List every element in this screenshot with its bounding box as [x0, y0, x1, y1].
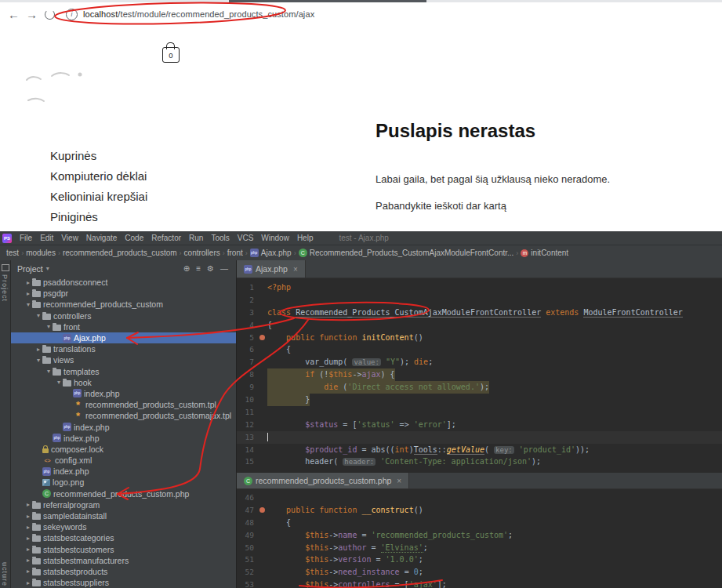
- line-number[interactable]: 52: [237, 566, 257, 579]
- shop-menu-item[interactable]: Kuprinės: [50, 146, 147, 166]
- code-line[interactable]: 52 $this->need_instance = 0;: [237, 566, 722, 579]
- menubar-item[interactable]: Help: [293, 234, 317, 242]
- shop-menu-item[interactable]: Kelioniniai krepšiai: [50, 187, 147, 207]
- line-number[interactable]: 7: [237, 356, 257, 368]
- menubar-item[interactable]: Edit: [36, 234, 57, 242]
- collapse-all-icon[interactable]: ≡: [196, 264, 201, 273]
- code-line[interactable]: 10 }: [237, 394, 722, 406]
- breadcrumb-item[interactable]: Ajax.php: [250, 249, 292, 257]
- line-number[interactable]: 49: [237, 529, 257, 542]
- line-number[interactable]: 13: [237, 431, 257, 444]
- line-number[interactable]: 5: [237, 332, 257, 344]
- code-line[interactable]: 15 header( header: 'Content-Type: applic…: [237, 456, 722, 468]
- tree-item-statsbestcustomers[interactable]: ▸statsbestcustomers: [11, 544, 236, 555]
- menubar-item[interactable]: Code: [121, 234, 147, 242]
- tree-item-index.php[interactable]: index.php: [11, 388, 236, 399]
- tree-item-translations[interactable]: ▸translations: [11, 343, 236, 354]
- tree-item-hook[interactable]: ▾hook: [11, 377, 236, 388]
- tree-item-views[interactable]: ▾views: [11, 354, 236, 365]
- tree-item-referralprogram[interactable]: ▸referralprogram: [11, 499, 236, 510]
- breadcrumb-item[interactable]: Recommended_Products_CustomAjaxModuleFro…: [299, 249, 514, 257]
- tree-item-statsbestmanufacturers[interactable]: ▸statsbestmanufacturers: [11, 555, 236, 566]
- code-line[interactable]: 3class Recommended_Products_CustomAjaxMo…: [237, 307, 722, 319]
- line-number[interactable]: 3: [237, 307, 257, 319]
- line-number[interactable]: 10: [237, 394, 257, 406]
- code-line[interactable]: 50 $this->author = 'Elvinas';: [237, 542, 722, 554]
- breadcrumb-item[interactable]: initContent: [521, 249, 568, 257]
- code-line[interactable]: 7 var_dump( value: "Y"); die;: [237, 356, 722, 368]
- address-bar[interactable]: localhost/test/module/recommended_produc…: [83, 9, 314, 19]
- code-line[interactable]: 13: [237, 431, 722, 444]
- tree-item-psaddonsconnect[interactable]: ▸psaddonsconnect: [11, 277, 236, 288]
- tree-item-statsbestcategories[interactable]: ▸statsbestcategories: [11, 532, 236, 543]
- project-panel-title[interactable]: Project: [17, 264, 43, 274]
- line-number[interactable]: 47: [237, 504, 257, 517]
- menubar-item[interactable]: Refactor: [147, 234, 185, 242]
- line-number[interactable]: 8: [237, 368, 257, 381]
- store-logo[interactable]: [20, 66, 107, 116]
- tree-item-composer.lock[interactable]: composer.lock: [11, 444, 236, 455]
- code-line[interactable]: 51 $this->version = '1.0.0';: [237, 554, 722, 566]
- tree-item-psgdpr[interactable]: ▸psgdpr: [11, 288, 236, 299]
- tree-item-recommended_products_custom.tpl[interactable]: recommended_products_custom.tpl: [11, 399, 236, 410]
- tree-item-sekeywords[interactable]: ▸sekeywords: [11, 521, 236, 532]
- tab-recommended-products-custom-php[interactable]: recommended_products_custom.php ×: [237, 473, 409, 488]
- tree-item-index.php[interactable]: index.php: [11, 421, 236, 432]
- code-line[interactable]: 4{: [237, 319, 722, 332]
- chevron-down-icon[interactable]: ▾: [46, 265, 49, 272]
- code-line[interactable]: 5 public function initContent(): [237, 332, 722, 344]
- locate-file-icon[interactable]: ⊕: [183, 264, 190, 273]
- structure-stripe-button[interactable]: ucture: [1, 562, 9, 586]
- line-number[interactable]: 11: [237, 406, 257, 419]
- code-line[interactable]: 11: [237, 406, 722, 419]
- project-stripe-button[interactable]: Project: [1, 274, 9, 302]
- tree-item-recommended_products_custom[interactable]: ▾recommended_products_custom: [11, 299, 236, 310]
- tab-ajax-php[interactable]: Ajax.php ×: [237, 260, 306, 278]
- settings-gear-icon[interactable]: ⚙: [207, 264, 214, 273]
- line-number[interactable]: 2: [237, 294, 257, 307]
- info-icon[interactable]: i: [66, 9, 78, 20]
- line-number[interactable]: 4: [237, 319, 257, 332]
- menubar-item[interactable]: Navigate: [82, 234, 121, 242]
- menubar-item[interactable]: Window: [257, 234, 293, 242]
- tree-item-sampledatainstall[interactable]: ▸sampledatainstall: [11, 510, 236, 521]
- tree-item-index.php[interactable]: index.php: [11, 466, 236, 477]
- tree-item-logo.png[interactable]: logo.png: [11, 477, 236, 488]
- cart-bag-icon[interactable]: 0: [162, 47, 180, 63]
- hide-panel-icon[interactable]: —: [220, 264, 228, 273]
- close-icon[interactable]: ×: [397, 477, 401, 485]
- line-number[interactable]: 15: [237, 456, 257, 468]
- line-number[interactable]: 46: [237, 492, 257, 504]
- code-line[interactable]: 8 if (!$this->ajax) {: [237, 368, 722, 381]
- tree-item-statsbestproducts[interactable]: ▸statsbestproducts: [11, 566, 236, 577]
- tree-item-recommended_products_custom.php[interactable]: recommended_products_custom.php: [11, 488, 236, 499]
- close-icon[interactable]: ×: [293, 265, 298, 274]
- menubar-item[interactable]: Run: [185, 234, 207, 242]
- menubar-item[interactable]: VCS: [234, 234, 258, 242]
- tree-item-Ajax.php[interactable]: Ajax.php: [11, 332, 236, 343]
- breadcrumb-item[interactable]: controllers: [184, 249, 220, 257]
- back-icon[interactable]: ←: [5, 8, 23, 21]
- breadcrumb-item[interactable]: test: [6, 249, 19, 257]
- code-line[interactable]: 9 die ('Direct access not allowed.');: [237, 381, 722, 394]
- line-number[interactable]: 14: [237, 444, 257, 456]
- line-number[interactable]: 53: [237, 579, 257, 588]
- tree-item-controllers[interactable]: ▾controllers: [11, 310, 236, 321]
- line-number[interactable]: 12: [237, 419, 257, 431]
- code-line[interactable]: 48 {: [237, 517, 722, 529]
- shop-menu-item[interactable]: Kompiuterio dėklai: [50, 166, 147, 187]
- menubar-item[interactable]: View: [57, 234, 82, 242]
- breadcrumb-item[interactable]: front: [227, 249, 243, 257]
- editor1-lines[interactable]: 1<?php23class Recommended_Products_Custo…: [237, 278, 722, 473]
- override-marker-icon[interactable]: [259, 507, 265, 513]
- menubar-item[interactable]: Tools: [207, 234, 233, 242]
- editor2-lines[interactable]: 4647 public function __construct()48 {49…: [237, 489, 722, 588]
- code-line[interactable]: 46: [237, 492, 722, 504]
- line-number[interactable]: 48: [237, 517, 257, 529]
- tree-item-recommended_products_customajax.tpl[interactable]: recommended_products_customajax.tpl: [11, 410, 236, 421]
- line-number[interactable]: 50: [237, 542, 257, 554]
- code-line[interactable]: 6 {: [237, 343, 722, 356]
- tree-item-statsbestsuppliers[interactable]: ▸statsbestsuppliers: [11, 577, 236, 588]
- code-line[interactable]: 47 public function __construct(): [237, 504, 722, 517]
- tree-item-config.xml[interactable]: config.xml: [11, 455, 236, 466]
